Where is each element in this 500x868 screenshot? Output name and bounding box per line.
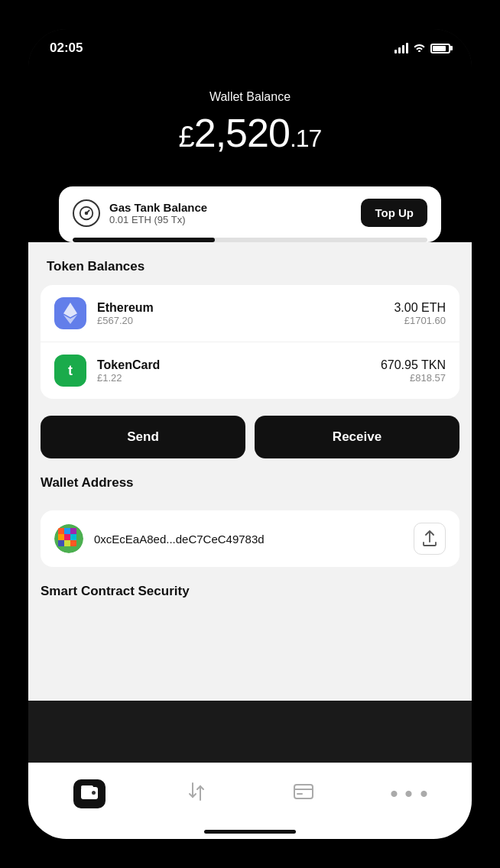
nav-item-transfer[interactable] xyxy=(143,763,250,824)
wallet-header: Wallet Balance £2,520.17 xyxy=(28,67,472,186)
token-left-tkn: t TokenCard £1.22 xyxy=(54,355,160,387)
top-up-button[interactable]: Top Up xyxy=(361,199,427,227)
smart-contract-title: Smart Contract Security xyxy=(41,584,459,610)
tkn-fiat: £1.22 xyxy=(97,372,160,384)
svg-rect-5 xyxy=(70,528,76,534)
gas-info: Gas Tank Balance 0.01 ETH (95 Tx) xyxy=(109,201,207,225)
eth-name: Ethereum xyxy=(97,301,154,315)
token-left-eth: Ethereum £567.20 xyxy=(54,297,154,329)
status-time: 02:05 xyxy=(50,40,83,56)
token-details-tkn: TokenCard £1.22 xyxy=(97,358,160,384)
gas-progress-fill xyxy=(73,238,215,242)
nav-item-card[interactable] xyxy=(250,763,357,824)
gas-tank-left: Gas Tank Balance 0.01 ETH (95 Tx) xyxy=(73,199,207,227)
token-item-tkn[interactable]: t TokenCard £1.22 670.95 TKN £818.57 xyxy=(41,342,459,399)
svg-point-1 xyxy=(86,212,88,214)
wallet-address-text: 0xcEcEaA8ed...deC7CeC49783d xyxy=(94,533,403,546)
transfer-nav-icon xyxy=(188,782,205,805)
svg-rect-14 xyxy=(81,785,93,789)
gauge-icon xyxy=(73,199,100,227)
phone-screen: 02:05 xyxy=(28,29,472,839)
wallet-nav-icon xyxy=(73,779,106,808)
smart-contract-section: Smart Contract Security xyxy=(28,567,472,622)
balance-currency: £ xyxy=(179,121,194,153)
share-address-button[interactable] xyxy=(414,523,446,555)
tkn-name: TokenCard xyxy=(97,358,160,372)
tokencard-icon: t xyxy=(54,355,86,387)
bottom-nav: ⬤ ⬤ ⬤ xyxy=(28,763,472,824)
gas-progress-bar xyxy=(73,238,427,242)
phone-frame: 02:05 xyxy=(0,0,500,868)
token-right-tkn: 670.95 TKN £818.57 xyxy=(381,358,446,384)
home-bar xyxy=(204,830,296,834)
card-nav-icon xyxy=(294,784,313,804)
token-right-eth: 3.00 ETH £1701.60 xyxy=(394,301,446,326)
svg-rect-4 xyxy=(64,528,70,534)
gas-tank-subtitle: 0.01 ETH (95 Tx) xyxy=(109,214,207,225)
nav-item-wallet[interactable] xyxy=(36,763,143,824)
eth-fiat: £567.20 xyxy=(97,315,154,326)
eth-amount: 3.00 ETH xyxy=(394,301,446,315)
wallet-address-title: Wallet Address xyxy=(41,475,459,501)
address-avatar xyxy=(54,524,83,553)
svg-rect-15 xyxy=(294,785,313,798)
battery-icon xyxy=(430,44,450,53)
token-list: Ethereum £567.20 3.00 ETH £1701.60 t xyxy=(41,285,459,399)
signal-icon xyxy=(394,43,408,53)
status-icons xyxy=(394,42,450,54)
gas-tank-title: Gas Tank Balance xyxy=(109,201,207,214)
eth-fiat-value: £1701.60 xyxy=(394,315,446,326)
token-item-eth[interactable]: Ethereum £567.20 3.00 ETH £1701.60 xyxy=(41,285,459,342)
wallet-balance-amount: £2,520.17 xyxy=(51,110,449,156)
svg-rect-8 xyxy=(70,534,76,540)
main-content: Token Balances Ethereum xyxy=(28,242,472,701)
gas-tank-header: Gas Tank Balance 0.01 ETH (95 Tx) Top Up xyxy=(73,199,427,227)
svg-rect-13 xyxy=(92,791,96,795)
ethereum-icon xyxy=(54,297,86,329)
tkn-fiat-value: £818.57 xyxy=(381,372,446,384)
action-buttons: Send Receive xyxy=(28,399,472,475)
token-balances-title: Token Balances xyxy=(28,242,472,285)
address-card: 0xcEcEaA8ed...deC7CeC49783d xyxy=(41,510,459,567)
svg-rect-11 xyxy=(70,540,76,546)
svg-rect-7 xyxy=(64,534,70,540)
svg-rect-9 xyxy=(58,540,64,546)
nav-item-more[interactable]: ⬤ ⬤ ⬤ xyxy=(357,763,464,824)
wifi-icon xyxy=(413,42,426,54)
tkn-amount: 670.95 TKN xyxy=(381,358,446,372)
token-details-eth: Ethereum £567.20 xyxy=(97,301,154,326)
svg-rect-3 xyxy=(58,528,64,534)
scroll-area[interactable]: Wallet Balance £2,520.17 xyxy=(28,67,472,763)
wallet-address-section: Wallet Address xyxy=(28,475,472,567)
more-nav-icon: ⬤ ⬤ ⬤ xyxy=(391,790,430,797)
wallet-balance-label: Wallet Balance xyxy=(51,90,449,104)
svg-rect-6 xyxy=(58,534,64,540)
home-indicator xyxy=(28,824,472,839)
send-button[interactable]: Send xyxy=(41,416,245,458)
balance-main: 2,520 xyxy=(194,111,290,155)
svg-rect-10 xyxy=(64,540,70,546)
gas-tank-card: Gas Tank Balance 0.01 ETH (95 Tx) Top Up xyxy=(59,186,441,242)
status-bar: 02:05 xyxy=(28,29,472,67)
balance-decimals: .17 xyxy=(290,125,321,152)
receive-button[interactable]: Receive xyxy=(255,416,459,458)
